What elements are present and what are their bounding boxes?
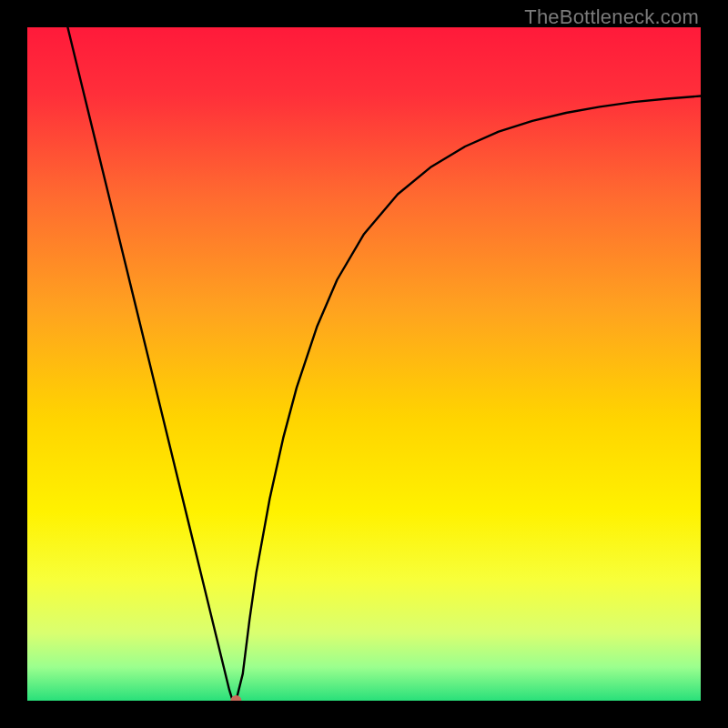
chart-frame: TheBottleneck.com xyxy=(0,0,728,728)
bottleneck-curve xyxy=(67,27,701,701)
watermark-text: TheBottleneck.com xyxy=(524,5,699,29)
curve-layer xyxy=(27,27,701,701)
plot-area xyxy=(27,27,701,701)
